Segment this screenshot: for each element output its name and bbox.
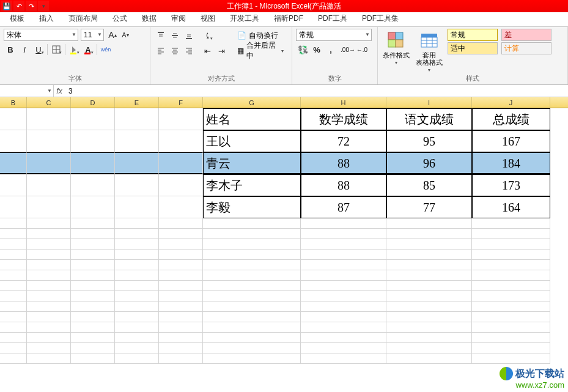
tab-insert[interactable]: 插入 — [32, 11, 61, 26]
cell-blank[interactable] — [27, 312, 71, 322]
cell-blank[interactable] — [203, 343, 301, 353]
cell-blank[interactable] — [0, 270, 27, 281]
table-cell[interactable]: 李木子 — [203, 174, 301, 196]
fx-icon[interactable]: fx — [54, 87, 65, 95]
cell-blank[interactable] — [115, 281, 159, 291]
cell-blank[interactable] — [472, 353, 550, 364]
cell-blank[interactable] — [71, 291, 115, 301]
cell-blank[interactable] — [0, 260, 27, 270]
table-cell[interactable]: 164 — [472, 196, 550, 218]
table-cell[interactable]: 88 — [301, 152, 386, 174]
cell-blank[interactable] — [203, 322, 301, 333]
cell-blank[interactable] — [301, 322, 386, 333]
cell-blank[interactable] — [27, 108, 71, 130]
cell-blank[interactable] — [301, 291, 386, 301]
format-as-table-button[interactable]: 套用 表格格式 ▾ — [415, 29, 444, 73]
cell-blank[interactable] — [27, 322, 71, 333]
cell-blank[interactable] — [115, 108, 159, 130]
cell-blank[interactable] — [115, 322, 159, 333]
cell-blank[interactable] — [386, 218, 472, 229]
cell-blank[interactable] — [472, 250, 550, 260]
cell-blank[interactable] — [301, 218, 386, 229]
cell-blank[interactable] — [386, 260, 472, 270]
cell-blank[interactable] — [472, 312, 550, 322]
cell-blank[interactable] — [159, 196, 203, 218]
cell-blank[interactable] — [386, 333, 472, 343]
cell-blank[interactable] — [472, 333, 550, 343]
cell-blank[interactable] — [27, 239, 71, 250]
cell-blank[interactable] — [71, 270, 115, 281]
cell-blank[interactable] — [472, 343, 550, 353]
col-header-J[interactable]: J — [472, 97, 550, 108]
name-box[interactable]: ▼ — [0, 85, 54, 97]
cell-blank[interactable] — [203, 239, 301, 250]
worksheet-grid[interactable]: 姓名数学成绩语文成绩总成绩王以7295167青云8896184李木子888517… — [0, 108, 568, 364]
cell-blank[interactable] — [301, 270, 386, 281]
cell-blank[interactable] — [71, 343, 115, 353]
cell-blank[interactable] — [472, 260, 550, 270]
cell-blank[interactable] — [203, 312, 301, 322]
cell-blank[interactable] — [203, 281, 301, 291]
style-chip-moderate[interactable]: 适中 — [448, 42, 498, 54]
table-header-cell[interactable]: 语文成绩 — [386, 108, 472, 130]
cell-blank[interactable] — [27, 281, 71, 291]
table-cell[interactable]: 167 — [472, 130, 550, 152]
cell-blank[interactable] — [386, 291, 472, 301]
cell-blank[interactable] — [115, 301, 159, 312]
cell-blank[interactable] — [71, 353, 115, 364]
cell-blank[interactable] — [0, 322, 27, 333]
cell-blank[interactable] — [472, 229, 550, 239]
cell-blank[interactable] — [159, 353, 203, 364]
cell-blank[interactable] — [203, 333, 301, 343]
cell-blank[interactable] — [71, 250, 115, 260]
col-header-G[interactable]: G — [203, 97, 301, 108]
cell-blank[interactable] — [159, 130, 203, 152]
cell-blank[interactable] — [472, 322, 550, 333]
cell-blank[interactable] — [159, 174, 203, 196]
style-chip-normal[interactable]: 常规 — [448, 29, 498, 41]
italic-button[interactable]: I — [18, 43, 31, 56]
col-header-C[interactable]: C — [27, 97, 71, 108]
cell-blank[interactable] — [0, 196, 27, 218]
cell-blank[interactable] — [472, 270, 550, 281]
cell-blank[interactable] — [27, 343, 71, 353]
cell-blank[interactable] — [115, 270, 159, 281]
cell-blank[interactable] — [159, 260, 203, 270]
cell-blank[interactable] — [301, 260, 386, 270]
cell-blank[interactable] — [0, 301, 27, 312]
cell-blank[interactable] — [71, 229, 115, 239]
cell-blank[interactable] — [115, 239, 159, 250]
col-header-F[interactable]: F — [159, 97, 203, 108]
cell-blank[interactable] — [0, 108, 27, 130]
cell-blank[interactable] — [71, 152, 115, 174]
number-format-combo[interactable]: 常规▼ — [296, 29, 372, 41]
cell-blank[interactable] — [27, 152, 71, 174]
cell-blank[interactable] — [27, 333, 71, 343]
cell-blank[interactable] — [159, 281, 203, 291]
cell-blank[interactable] — [159, 301, 203, 312]
cell-blank[interactable] — [159, 218, 203, 229]
cell-blank[interactable] — [386, 239, 472, 250]
qat-customize-icon[interactable]: ▾ — [38, 1, 49, 12]
percent-button[interactable]: % — [310, 43, 323, 56]
cell-blank[interactable] — [71, 281, 115, 291]
cell-blank[interactable] — [159, 270, 203, 281]
cell-blank[interactable] — [115, 174, 159, 196]
table-header-cell[interactable]: 姓名 — [203, 108, 301, 130]
cell-blank[interactable] — [203, 270, 301, 281]
col-header-B[interactable]: B — [0, 97, 27, 108]
cell-blank[interactable] — [159, 239, 203, 250]
underline-button[interactable]: U▾ — [32, 43, 45, 56]
cell-blank[interactable] — [27, 301, 71, 312]
cell-blank[interactable] — [386, 270, 472, 281]
table-cell[interactable]: 96 — [386, 152, 472, 174]
cell-blank[interactable] — [301, 239, 386, 250]
align-top-icon[interactable] — [154, 29, 168, 42]
cell-blank[interactable] — [159, 343, 203, 353]
cell-blank[interactable] — [386, 281, 472, 291]
cell-blank[interactable] — [71, 108, 115, 130]
cell-blank[interactable] — [0, 281, 27, 291]
cell-blank[interactable] — [472, 239, 550, 250]
table-cell[interactable]: 72 — [301, 130, 386, 152]
cell-blank[interactable] — [0, 250, 27, 260]
